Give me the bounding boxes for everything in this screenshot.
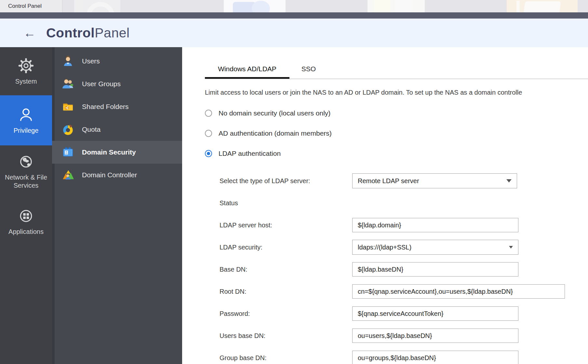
- taskbar-tab-label: Control Panel: [8, 3, 42, 9]
- sidebar-item-shared-folders[interactable]: Shared Folders: [52, 95, 182, 118]
- sidebar-item-applications[interactable]: Applications: [0, 197, 52, 246]
- sidebar-item-quota[interactable]: Quota: [52, 118, 182, 141]
- tab-bar: Windows AD/LDAP SSO: [205, 47, 588, 79]
- group-base-dn-input[interactable]: [352, 351, 518, 364]
- page-description: Limit access to local users or join the …: [205, 89, 588, 96]
- field-label: Root DN:: [205, 288, 352, 295]
- radio-ad-authentication[interactable]: AD authentication (domain members): [205, 129, 588, 137]
- field-label: Password:: [205, 310, 352, 317]
- sidebar-item-label: Shared Folders: [82, 103, 129, 111]
- radio-circle-checked-icon[interactable]: [205, 150, 212, 157]
- user-groups-icon: [62, 78, 74, 90]
- domain-controller-icon: [62, 169, 74, 181]
- field-label: Base DN:: [205, 266, 352, 273]
- radio-circle-icon[interactable]: [205, 110, 212, 117]
- field-label: LDAP security:: [205, 244, 352, 251]
- users-base-dn-input[interactable]: [352, 329, 518, 343]
- sidebar-item-domain-controller[interactable]: Domain Controller: [52, 164, 182, 186]
- tab-sso[interactable]: SSO: [289, 61, 328, 79]
- field-label: LDAP server host:: [205, 222, 352, 229]
- form-row-ldap-type: Select the type of LDAP server: Remote L…: [205, 170, 588, 192]
- field-label: Group base DN:: [205, 354, 352, 362]
- sidebar-item-label: Network & File Services: [0, 173, 52, 190]
- shared-folder-icon: [62, 101, 74, 113]
- desktop-icon-ghost-docs: [224, 0, 286, 12]
- desktop-icon-ghost-folder: [507, 0, 578, 12]
- window-topbar: [0, 12, 588, 19]
- page-title-bold: Control: [46, 25, 95, 40]
- ldap-settings-form: Select the type of LDAP server: Remote L…: [205, 170, 588, 364]
- form-row-root-dn: Root DN:: [205, 280, 588, 303]
- radio-ldap-authentication[interactable]: LDAP authentication: [205, 150, 588, 157]
- chevron-down-icon: [509, 246, 513, 249]
- globe-icon: [18, 153, 34, 170]
- form-row-group-base-dn: Group base DN:: [205, 347, 588, 364]
- sidebar-secondary: Users User Groups: [52, 47, 182, 364]
- desktop-strip: Control Panel: [0, 0, 588, 12]
- sidebar-item-user-groups[interactable]: User Groups: [52, 73, 182, 95]
- sidebar-item-label: Domain Security: [82, 148, 136, 156]
- ldap-type-select[interactable]: Remote LDAP server: [352, 173, 517, 188]
- selected-option: ldaps://(ldap+SSL): [358, 244, 411, 251]
- chevron-down-icon: [506, 179, 512, 182]
- sidebar-item-label: System: [15, 77, 37, 86]
- form-row-status: Status: [205, 192, 588, 214]
- field-label: Select the type of LDAP server:: [205, 177, 352, 185]
- main-content: Windows AD/LDAP SSO Limit access to loca…: [182, 47, 588, 364]
- base-dn-input[interactable]: [352, 262, 518, 276]
- sidebar-item-label: Quota: [82, 126, 100, 133]
- sidebar-item-domain-security[interactable]: Domain Security: [52, 141, 182, 164]
- id-badge-icon: [62, 146, 74, 158]
- field-label: Users base DN:: [205, 332, 352, 340]
- tab-windows-ad-ldap[interactable]: Windows AD/LDAP: [205, 61, 289, 79]
- ldap-security-select[interactable]: ldaps://(ldap+SSL): [352, 240, 518, 255]
- page-title-light: Panel: [95, 25, 129, 40]
- radio-label: AD authentication (domain members): [219, 129, 332, 137]
- sidebar-primary: System Privilege: [0, 47, 52, 364]
- root-dn-input[interactable]: [352, 284, 565, 299]
- radio-label: LDAP authentication: [219, 150, 281, 157]
- sidebar-item-privilege[interactable]: Privilege: [0, 95, 52, 145]
- radio-no-domain-security[interactable]: No domain security (local users only): [205, 109, 588, 117]
- form-row-base-dn: Base DN:: [205, 258, 588, 280]
- status-label: Status: [205, 199, 352, 207]
- person-icon: [18, 106, 34, 123]
- quota-donut-icon: [62, 123, 74, 136]
- desktop-icon-ghost-gear: [74, 0, 120, 12]
- tab-label: Windows AD/LDAP: [218, 65, 276, 73]
- sidebar-item-label: User Groups: [82, 80, 121, 88]
- sidebar-item-label: Applications: [8, 228, 44, 236]
- app-body: System Privilege: [0, 47, 588, 364]
- desktop-icon-ghost-light: [368, 0, 425, 12]
- form-row-password: Password:: [205, 303, 588, 325]
- domain-security-options: No domain security (local users only) AD…: [205, 109, 588, 157]
- password-input[interactable]: [352, 306, 518, 321]
- gear-icon: [18, 57, 34, 74]
- apps-circle-icon: [18, 208, 34, 224]
- app-header: ← ControlPanel: [0, 19, 588, 47]
- selected-option: Remote LDAP server: [358, 177, 419, 185]
- form-row-ldap-security: LDAP security: ldaps://(ldap+SSL): [205, 236, 588, 258]
- page-title: ControlPanel: [46, 25, 130, 41]
- control-panel-window: Control Panel ← ControlPanel: [0, 0, 588, 364]
- sidebar-item-label: Privilege: [14, 127, 39, 135]
- sidebar-item-system[interactable]: System: [0, 47, 52, 95]
- radio-circle-icon[interactable]: [205, 130, 212, 137]
- taskbar-tab-control-panel[interactable]: Control Panel: [0, 0, 62, 12]
- sidebar-item-label: Domain Controller: [82, 171, 137, 179]
- form-row-users-base-dn: Users base DN:: [205, 325, 588, 347]
- sidebar-item-users[interactable]: Users: [52, 50, 182, 73]
- sidebar-item-network-file-services[interactable]: Network & File Services: [0, 145, 52, 197]
- back-arrow-icon[interactable]: ←: [23, 27, 36, 39]
- radio-label: No domain security (local users only): [219, 109, 330, 117]
- user-icon: [62, 55, 74, 67]
- sidebar-item-label: Users: [82, 57, 100, 65]
- tab-label: SSO: [301, 65, 316, 73]
- ldap-server-host-input[interactable]: [352, 218, 518, 232]
- form-row-ldap-host: LDAP server host:: [205, 214, 588, 236]
